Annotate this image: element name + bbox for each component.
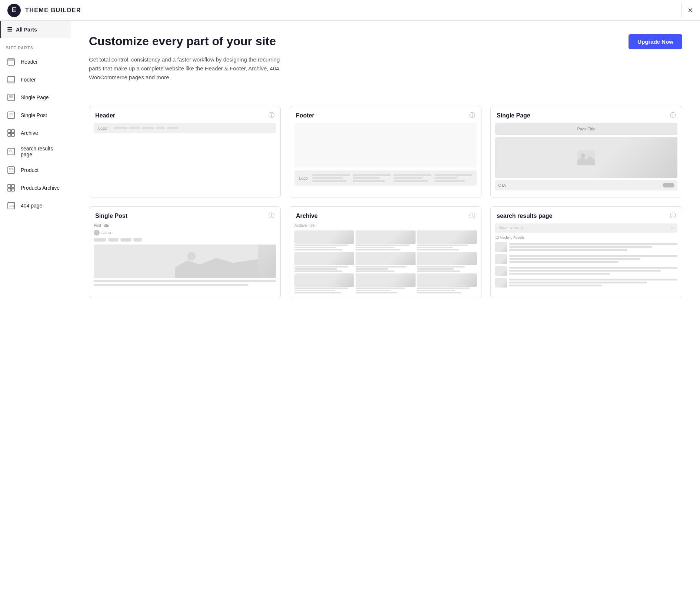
sidebar-item-header[interactable]: Header: [0, 53, 71, 71]
grid-img: [294, 230, 354, 244]
svg-rect-1: [8, 59, 14, 61]
search-clear-icon: ✕: [671, 226, 674, 230]
svg-rect-7: [8, 112, 14, 119]
main-content: Customize every part of your site Upgrad…: [71, 21, 700, 598]
grid-line: [294, 266, 348, 268]
grid-line: [356, 268, 389, 270]
single-page-icon: [6, 92, 16, 103]
single-post-card-header: Single Post ⓘ: [89, 207, 280, 223]
footer-card-info-icon[interactable]: ⓘ: [469, 112, 475, 119]
single-page-card-preview: Page Title CTA: [491, 123, 682, 197]
sidebar-item-404[interactable]: 404 404 page: [0, 197, 71, 215]
grid-img: [417, 230, 477, 244]
sidebar-all-parts[interactable]: ☰ All Parts: [0, 21, 71, 38]
header-preview-logo: Logo: [98, 126, 107, 130]
topbar-left: E THEME BUILDER: [7, 4, 81, 17]
sidebar-item-search-results[interactable]: search results page: [0, 142, 71, 161]
sidebar-item-archive[interactable]: Archive: [0, 124, 71, 142]
sidebar-item-footer[interactable]: Footer: [0, 71, 71, 89]
result-img-4: [495, 278, 507, 288]
grid-line: [294, 247, 336, 248]
single-post-card-preview: Post Title Author: [89, 223, 280, 298]
grid-img: [294, 273, 354, 287]
result-line: [509, 246, 652, 248]
sidebar: ☰ All Parts SITE PARTS Header Footer Sin…: [0, 21, 71, 598]
menu-icon: ☰: [7, 26, 12, 33]
footer-card: Footer ⓘ Logo: [290, 106, 481, 197]
nav-line-5: [167, 127, 178, 129]
grid-img: [356, 273, 415, 287]
archive-icon: [6, 128, 16, 138]
cta-button-preview: [663, 183, 674, 187]
grid-img: [417, 273, 477, 287]
author-name-preview: Author: [101, 231, 111, 235]
sidebar-item-product[interactable]: Product: [0, 161, 71, 179]
footer-line: [394, 180, 428, 182]
grid-line: [356, 288, 404, 289]
footer-line: [394, 177, 422, 179]
result-row-1: [495, 242, 677, 252]
footer-line: [312, 177, 343, 179]
single-page-card-info-icon[interactable]: ⓘ: [670, 112, 676, 119]
sidebar-item-single-post[interactable]: Single Post: [0, 106, 71, 124]
search-results-card-info-icon[interactable]: ⓘ: [670, 212, 676, 220]
sidebar-item-products-archive-label: Products Archive: [21, 185, 60, 191]
grid-line: [417, 290, 455, 291]
nav-line-1: [114, 127, 127, 129]
header-card-info-icon[interactable]: ⓘ: [269, 112, 274, 119]
page-title: Customize every part of your site: [89, 34, 276, 48]
post-line: [94, 280, 276, 282]
result-line: [509, 273, 610, 275]
archive-card-info-icon[interactable]: ⓘ: [469, 212, 475, 220]
sidebar-item-products-archive[interactable]: Products Archive: [0, 179, 71, 197]
search-results-card-header: search results page ⓘ: [491, 207, 682, 223]
content-description: Get total control, consistency and a fas…: [89, 55, 289, 82]
sidebar-item-search-results-label: search results page: [21, 146, 65, 157]
grid-item: [294, 230, 354, 250]
grid-item: [294, 273, 354, 293]
tag-4: [133, 238, 142, 242]
result-line: [509, 261, 619, 263]
result-line: [509, 282, 647, 283]
result-line: [509, 279, 677, 280]
footer-line: [353, 174, 391, 176]
footer-col-2: [353, 174, 391, 182]
svg-point-32: [187, 252, 196, 260]
footer-line: [312, 174, 350, 176]
result-lines-1: [509, 242, 677, 251]
search-results-icon: [6, 146, 16, 157]
grid-img: [294, 252, 354, 265]
nav-line-4: [156, 127, 165, 129]
single-page-card: Single Page ⓘ Page Title CTA: [490, 106, 682, 197]
footer-line: [434, 180, 465, 182]
grid-line: [417, 268, 454, 270]
topbar: E THEME BUILDER ×: [0, 0, 700, 21]
result-lines-2: [509, 254, 677, 263]
close-button[interactable]: ×: [688, 6, 693, 15]
sidebar-item-single-page[interactable]: Single Page: [0, 89, 71, 106]
product-icon: [6, 165, 16, 175]
grid-item: [417, 230, 477, 250]
single-post-card-info-icon[interactable]: ⓘ: [269, 212, 274, 220]
grid-line: [356, 266, 406, 268]
svg-rect-11: [8, 130, 11, 133]
grid-item: [356, 252, 415, 272]
single-page-card-header: Single Page ⓘ: [491, 106, 682, 123]
grid-line: [417, 292, 461, 293]
result-line: [509, 258, 640, 260]
footer-card-header: Footer ⓘ: [290, 106, 481, 123]
svg-rect-22: [8, 185, 11, 187]
grid-item: [356, 230, 415, 250]
single-post-card: Single Post ⓘ Post Title Author: [89, 206, 281, 298]
tag-3: [120, 238, 131, 242]
footer-line: [434, 177, 457, 179]
sidebar-item-header-label: Header: [21, 59, 38, 65]
upgrade-button[interactable]: Upgrade Now: [629, 34, 682, 49]
footer-col-4: [434, 174, 472, 182]
footer-col-1: [312, 174, 350, 182]
svg-point-6: [9, 96, 11, 97]
grid-line: [294, 290, 335, 291]
post-content-lines: [94, 280, 276, 286]
grid-line: [294, 270, 342, 272]
grid-line: [417, 266, 465, 268]
